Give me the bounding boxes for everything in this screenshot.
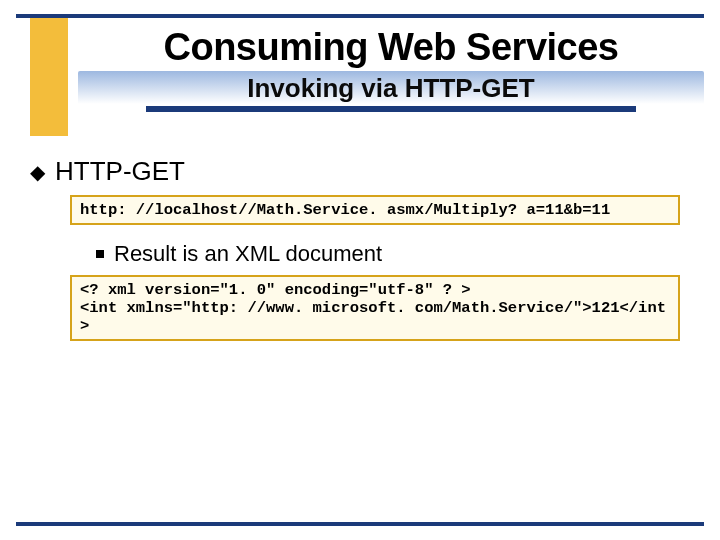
diamond-bullet-icon: ◆ — [30, 162, 45, 182]
sub-bullet-text: Result is an XML document — [114, 241, 382, 267]
slide-title: Consuming Web Services — [78, 26, 704, 69]
code-block-url: http: //localhost//Math.Service. asmx/Mu… — [70, 195, 680, 225]
bottom-border-rule — [16, 522, 704, 526]
accent-gold-block — [30, 18, 68, 136]
subtitle-banner: Invoking via HTTP-GET — [78, 71, 704, 118]
slide-body: ◆ HTTP-GET http: //localhost//Math.Servi… — [30, 156, 690, 341]
square-bullet-icon — [96, 250, 104, 258]
subtitle-underline — [146, 106, 636, 112]
bullet-level2: Result is an XML document — [96, 241, 690, 267]
bullet-level1: ◆ HTTP-GET — [30, 156, 690, 187]
code-block-xml: <? xml version="1. 0" encoding="utf-8" ?… — [70, 275, 680, 341]
bullet-text: HTTP-GET — [55, 156, 185, 187]
slide-subtitle: Invoking via HTTP-GET — [86, 73, 696, 104]
top-border-rule — [16, 14, 704, 18]
slide-header: Consuming Web Services Invoking via HTTP… — [78, 26, 704, 118]
